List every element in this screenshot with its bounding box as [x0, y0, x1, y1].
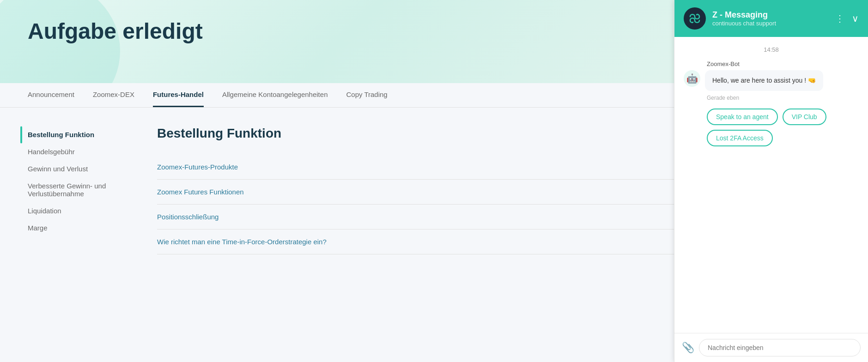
sidebar-item-bestellung-funktion[interactable]: Bestellung Funktion [28, 126, 129, 143]
chat-minimize-button[interactable]: ∨ [852, 14, 859, 23]
hero-title: Aufgabe erledigt [28, 18, 840, 44]
speak-to-agent-button[interactable]: Speak to an agent [707, 109, 778, 125]
chat-input[interactable] [699, 339, 861, 356]
sidebar-item-liquidation[interactable]: Liquidation [28, 202, 129, 219]
chat-bubble: Hello, we are here to assist you ! 🤜 [705, 70, 823, 91]
tab-futures-handel[interactable]: Futures-Handel [153, 83, 204, 107]
chat-widget: Z - Messaging continuous chat support ⋮ … [674, 0, 868, 362]
lost-2fa-access-button[interactable]: Lost 2FA Access [707, 130, 773, 146]
sidebar: Bestellung Funktion Handelsgebühr Gewinn… [28, 126, 129, 344]
tab-copy-trading[interactable]: Copy Trading [346, 83, 387, 107]
chat-timestamp: 14:58 [684, 46, 859, 53]
tab-kontoangelegenheiten[interactable]: Allgemeine Kontoangelegenheiten [222, 83, 328, 107]
chat-options: Speak to an agent VIP Club Lost 2FA Acce… [707, 109, 859, 146]
chat-sender-name: Zoomex-Bot [707, 60, 859, 67]
sidebar-item-verbesserte-gewinn[interactable]: Verbesserte Gewinn- und Verlustübernahme [28, 177, 129, 202]
chat-body: 14:58 Zoomex-Bot 🤖 Hello, we are here to… [674, 37, 868, 333]
chat-message-row: 🤖 Hello, we are here to assist you ! 🤜 [684, 70, 859, 91]
tab-zoomex-dex[interactable]: Zoomex-DEX [93, 83, 134, 107]
vip-club-button[interactable]: VIP Club [783, 109, 826, 125]
sidebar-item-handelsgebuehr[interactable]: Handelsgebühr [28, 143, 129, 160]
bot-avatar: 🤖 [684, 70, 700, 87]
sidebar-item-marge[interactable]: Marge [28, 219, 129, 236]
attachment-button[interactable]: 📎 [682, 343, 694, 353]
sidebar-item-gewinn-verlust[interactable]: Gewinn und Verlust [28, 160, 129, 177]
tab-announcement[interactable]: Announcement [28, 83, 74, 107]
chat-footer: 📎 [674, 333, 868, 362]
chat-sub-time: Gerade eben [707, 95, 859, 101]
